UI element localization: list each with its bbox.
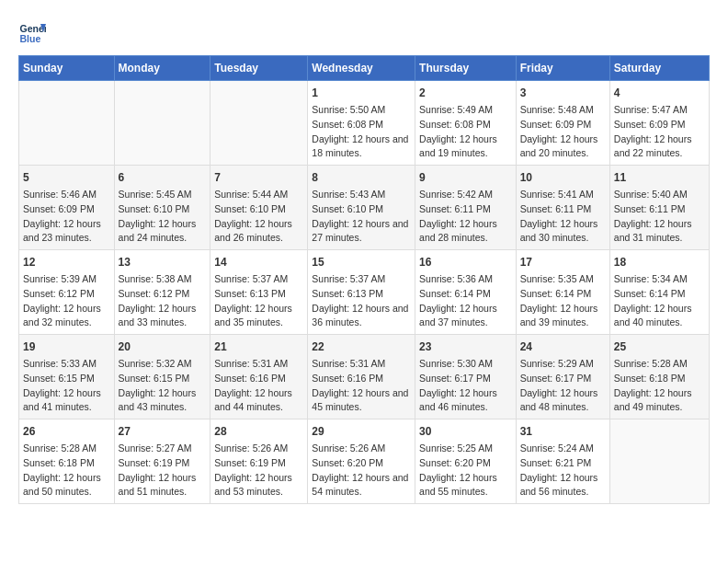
calendar-cell: 14Sunrise: 5:37 AMSunset: 6:13 PMDayligh… [210,250,308,335]
day-number: 4 [614,85,705,101]
sunrise-text: Sunrise: 5:24 AM [520,442,606,456]
calendar-cell: 27Sunrise: 5:27 AMSunset: 6:19 PMDayligh… [114,419,210,504]
header-tuesday: Tuesday [210,56,308,81]
sunset-text: Sunset: 6:11 PM [614,202,705,217]
day-number: 12 [23,254,110,270]
sunset-text: Sunset: 6:12 PM [23,287,110,302]
daylight-text: Daylight: 12 hours and 40 minutes. [614,302,705,331]
sunset-text: Sunset: 6:19 PM [214,456,303,471]
daylight-text: Daylight: 12 hours and 37 minutes. [419,302,512,331]
daylight-text: Daylight: 12 hours and 19 minutes. [419,132,512,162]
calendar-cell: 4Sunrise: 5:47 AMSunset: 6:09 PMDaylight… [609,81,709,166]
calendar-cell: 10Sunrise: 5:41 AMSunset: 6:11 PMDayligh… [516,166,609,250]
header-sunday: Sunday [19,56,115,81]
daylight-text: Daylight: 12 hours and 53 minutes. [214,471,303,500]
calendar-cell: 19Sunrise: 5:33 AMSunset: 6:15 PMDayligh… [19,335,115,419]
day-number: 2 [419,85,512,101]
sunrise-text: Sunrise: 5:30 AM [419,357,512,372]
daylight-text: Daylight: 12 hours and 50 minutes. [23,471,110,500]
day-number: 25 [614,339,705,355]
day-number: 21 [214,339,303,355]
calendar-cell: 11Sunrise: 5:40 AMSunset: 6:11 PMDayligh… [609,166,709,250]
calendar-cell: 22Sunrise: 5:31 AMSunset: 6:16 PMDayligh… [308,335,415,419]
daylight-text: Daylight: 12 hours and 49 minutes. [614,386,705,416]
day-number: 24 [520,339,606,355]
logo: General Blue [18,18,50,46]
calendar-cell [19,81,115,166]
calendar-header: Sunday Monday Tuesday Wednesday Thursday… [19,56,710,81]
daylight-text: Daylight: 12 hours and 33 minutes. [119,302,207,331]
sunrise-text: Sunrise: 5:37 AM [312,272,411,287]
daylight-text: Daylight: 12 hours and 28 minutes. [419,217,512,247]
sunrise-text: Sunrise: 5:29 AM [520,357,606,372]
daylight-text: Daylight: 12 hours and 23 minutes. [23,217,110,247]
day-number: 20 [119,339,207,355]
sunset-text: Sunset: 6:19 PM [119,456,207,471]
sunrise-text: Sunrise: 5:48 AM [520,103,606,118]
daylight-text: Daylight: 12 hours and 45 minutes. [312,386,411,416]
calendar-cell: 15Sunrise: 5:37 AMSunset: 6:13 PMDayligh… [308,250,415,335]
day-number: 22 [312,339,411,355]
calendar-cell: 26Sunrise: 5:28 AMSunset: 6:18 PMDayligh… [19,419,115,504]
sunset-text: Sunset: 6:12 PM [119,287,207,302]
calendar-week-3: 12Sunrise: 5:39 AMSunset: 6:12 PMDayligh… [19,250,710,335]
calendar-cell: 23Sunrise: 5:30 AMSunset: 6:17 PMDayligh… [415,335,517,419]
sunrise-text: Sunrise: 5:26 AM [312,442,411,456]
sunset-text: Sunset: 6:11 PM [520,202,606,217]
sunrise-text: Sunrise: 5:35 AM [520,272,606,287]
sunrise-text: Sunrise: 5:36 AM [419,272,512,287]
daylight-text: Daylight: 12 hours and 43 minutes. [119,386,207,416]
sunset-text: Sunset: 6:14 PM [419,287,512,302]
calendar-cell: 13Sunrise: 5:38 AMSunset: 6:12 PMDayligh… [114,250,210,335]
sunset-text: Sunset: 6:08 PM [312,118,411,132]
sunset-text: Sunset: 6:17 PM [520,372,606,386]
calendar-week-1: 1Sunrise: 5:50 AMSunset: 6:08 PMDaylight… [19,81,710,166]
sunrise-text: Sunrise: 5:50 AM [312,103,411,118]
daylight-text: Daylight: 12 hours and 51 minutes. [119,471,207,500]
day-number: 16 [419,254,512,270]
daylight-text: Daylight: 12 hours and 48 minutes. [520,386,606,416]
daylight-text: Daylight: 12 hours and 20 minutes. [520,132,606,162]
sunset-text: Sunset: 6:15 PM [23,372,110,386]
calendar-cell: 25Sunrise: 5:28 AMSunset: 6:18 PMDayligh… [609,335,709,419]
sunrise-text: Sunrise: 5:46 AM [23,188,110,202]
sunset-text: Sunset: 6:10 PM [214,202,303,217]
sunrise-text: Sunrise: 5:33 AM [23,357,110,372]
sunrise-text: Sunrise: 5:41 AM [520,188,606,202]
day-number: 10 [520,169,606,186]
calendar-cell [210,81,308,166]
day-number: 28 [214,423,303,440]
sunrise-text: Sunrise: 5:25 AM [419,442,512,456]
sunrise-text: Sunrise: 5:49 AM [419,103,512,118]
calendar-week-4: 19Sunrise: 5:33 AMSunset: 6:15 PMDayligh… [19,335,710,419]
calendar-week-5: 26Sunrise: 5:28 AMSunset: 6:18 PMDayligh… [19,419,710,504]
day-number: 9 [419,169,512,186]
header-row: Sunday Monday Tuesday Wednesday Thursday… [19,56,710,81]
calendar-cell: 24Sunrise: 5:29 AMSunset: 6:17 PMDayligh… [516,335,609,419]
sunrise-text: Sunrise: 5:47 AM [614,103,705,118]
sunrise-text: Sunrise: 5:45 AM [119,188,207,202]
calendar-cell: 5Sunrise: 5:46 AMSunset: 6:09 PMDaylight… [19,166,115,250]
day-number: 3 [520,85,606,101]
sunset-text: Sunset: 6:14 PM [520,287,606,302]
day-number: 18 [614,254,705,270]
calendar-cell: 29Sunrise: 5:26 AMSunset: 6:20 PMDayligh… [308,419,415,504]
logo-icon: General Blue [18,18,46,46]
sunset-text: Sunset: 6:08 PM [419,118,512,132]
calendar-cell: 16Sunrise: 5:36 AMSunset: 6:14 PMDayligh… [415,250,517,335]
calendar-cell: 6Sunrise: 5:45 AMSunset: 6:10 PMDaylight… [114,166,210,250]
daylight-text: Daylight: 12 hours and 54 minutes. [312,471,411,500]
calendar-cell: 3Sunrise: 5:48 AMSunset: 6:09 PMDaylight… [516,81,609,166]
daylight-text: Daylight: 12 hours and 41 minutes. [23,386,110,416]
daylight-text: Daylight: 12 hours and 27 minutes. [312,217,411,247]
sunset-text: Sunset: 6:16 PM [312,372,411,386]
daylight-text: Daylight: 12 hours and 46 minutes. [419,386,512,416]
sunset-text: Sunset: 6:13 PM [214,287,303,302]
day-number: 7 [214,169,303,186]
sunrise-text: Sunrise: 5:28 AM [614,357,705,372]
daylight-text: Daylight: 12 hours and 31 minutes. [614,217,705,247]
sunset-text: Sunset: 6:17 PM [419,372,512,386]
sunrise-text: Sunrise: 5:32 AM [119,357,207,372]
sunrise-text: Sunrise: 5:34 AM [614,272,705,287]
day-number: 19 [23,339,110,355]
